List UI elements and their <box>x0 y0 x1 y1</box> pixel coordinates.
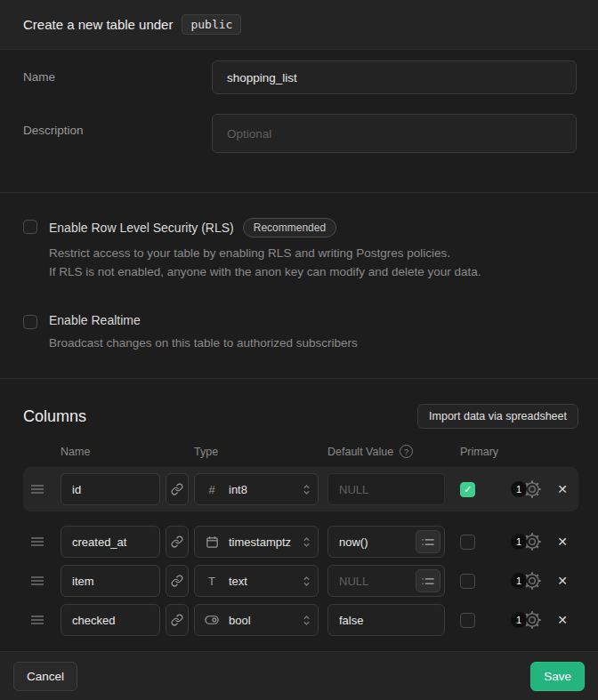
realtime-block: Enable Realtime Broadcast changes on thi… <box>23 313 575 352</box>
save-button[interactable]: Save <box>530 662 585 691</box>
column-name-input[interactable] <box>61 473 160 505</box>
chevron-up-down-icon <box>303 615 311 626</box>
column-type-select[interactable]: timestamptz <box>194 526 319 558</box>
general-section: Name Description <box>0 50 598 192</box>
dialog-footer: Cancel Save <box>0 651 598 700</box>
settings-count-badge: 1 <box>511 612 527 628</box>
help-icon[interactable]: ? <box>400 445 413 458</box>
primary-checkbox[interactable] <box>460 574 475 589</box>
close-icon: ✕ <box>557 535 568 549</box>
column-settings-button[interactable]: 1 <box>511 479 542 499</box>
rls-description-line2: If RLS is not enabled, anyone with the a… <box>49 262 481 281</box>
header-name: Name <box>61 446 194 458</box>
table-name-input[interactable] <box>212 60 577 94</box>
column-name-input[interactable] <box>61 604 160 636</box>
column-row-item: T text 1 ✕ <box>23 565 578 597</box>
settings-count-badge: 1 <box>511 573 527 589</box>
close-icon: ✕ <box>557 613 568 627</box>
recommended-badge: Recommended <box>243 218 336 237</box>
drag-handle-icon[interactable] <box>30 484 46 495</box>
name-label: Name <box>23 60 212 84</box>
list-icon <box>422 537 434 547</box>
column-type-value: int8 <box>229 483 294 496</box>
rls-description-line1: Restrict access to your table by enablin… <box>49 244 481 262</box>
check-icon: ✓ <box>464 484 472 495</box>
name-row: Name <box>23 60 577 94</box>
default-value-picker-button[interactable] <box>416 569 440 592</box>
description-row: Description <box>23 114 577 153</box>
dialog-title: Create a new table under <box>23 17 173 32</box>
column-type-value: bool <box>229 614 294 627</box>
column-type-select[interactable]: bool <box>194 604 319 636</box>
realtime-checkbox[interactable] <box>23 315 37 329</box>
link-icon <box>171 614 183 626</box>
dialog-header: Create a new table under public <box>0 0 598 50</box>
link-icon <box>171 535 183 548</box>
drag-handle-icon[interactable] <box>30 615 46 625</box>
column-row-created-at: timestamptz 1 ✕ <box>23 526 578 558</box>
drag-handle-icon[interactable] <box>30 536 46 547</box>
import-spreadsheet-button[interactable]: Import data via spreadsheet <box>417 404 578 429</box>
close-icon: ✕ <box>557 574 568 588</box>
create-table-dialog: Create a new table under public Name Des… <box>0 0 598 700</box>
chevron-up-down-icon <box>303 484 311 495</box>
rls-description: Restrict access to your table by enablin… <box>49 244 481 281</box>
drag-handle-icon[interactable] <box>30 575 46 586</box>
columns-header-row: Name Type Default Value ? Primary <box>0 445 598 458</box>
settings-count-badge: 1 <box>511 481 527 497</box>
description-label: Description <box>23 114 212 137</box>
remove-column-button[interactable]: ✕ <box>553 613 572 627</box>
list-icon <box>422 576 434 586</box>
columns-section: Columns Import data via spreadsheet Name… <box>0 379 598 651</box>
primary-checkbox[interactable]: ✓ <box>460 482 475 497</box>
header-default-label: Default Value <box>327 446 393 458</box>
column-name-input[interactable] <box>61 565 160 597</box>
realtime-description: Broadcast changes on this table to autho… <box>49 334 358 352</box>
calendar-icon <box>204 535 220 549</box>
foreign-key-button[interactable] <box>166 473 189 505</box>
column-default-input[interactable] <box>327 604 445 636</box>
column-type-value: text <box>229 575 294 588</box>
toggle-icon <box>204 615 220 625</box>
header-default-value: Default Value ? <box>327 445 460 458</box>
realtime-label: Enable Realtime <box>49 313 141 327</box>
column-row-checked: bool 1 ✕ <box>23 604 578 636</box>
remove-column-button[interactable]: ✕ <box>553 535 572 549</box>
rls-checkbox[interactable] <box>23 220 37 234</box>
close-icon: ✕ <box>557 482 568 496</box>
schema-badge: public <box>182 14 241 35</box>
link-icon <box>171 575 183 587</box>
column-row-id: # int8 ✓ 1 ✕ <box>23 467 578 511</box>
columns-heading: Columns <box>23 407 86 426</box>
options-section: Enable Row Level Security (RLS) Recommen… <box>0 193 598 378</box>
foreign-key-button[interactable] <box>166 565 189 597</box>
primary-checkbox[interactable] <box>460 535 475 550</box>
table-description-input[interactable] <box>212 114 577 153</box>
column-type-value: timestamptz <box>229 535 294 549</box>
column-name-input[interactable] <box>61 526 160 558</box>
cancel-button[interactable]: Cancel <box>13 662 77 691</box>
chevron-up-down-icon <box>303 536 311 548</box>
column-default-input[interactable] <box>327 473 445 505</box>
chevron-up-down-icon <box>303 575 311 587</box>
foreign-key-button[interactable] <box>166 604 189 636</box>
column-type-select[interactable]: # int8 <box>194 473 319 505</box>
rls-block: Enable Row Level Security (RLS) Recommen… <box>23 218 575 281</box>
header-primary: Primary <box>460 446 498 458</box>
column-type-select[interactable]: T text <box>194 565 319 597</box>
hash-icon: # <box>204 483 220 496</box>
foreign-key-button[interactable] <box>166 526 189 558</box>
column-settings-button[interactable]: 1 <box>511 571 542 591</box>
rls-label: Enable Row Level Security (RLS) <box>49 221 234 235</box>
column-settings-button[interactable]: 1 <box>511 610 542 630</box>
primary-checkbox[interactable] <box>460 613 475 628</box>
link-icon <box>171 483 183 495</box>
settings-count-badge: 1 <box>511 534 527 550</box>
remove-column-button[interactable]: ✕ <box>553 574 572 588</box>
remove-column-button[interactable]: ✕ <box>553 482 572 496</box>
text-icon: T <box>204 575 220 588</box>
default-value-picker-button[interactable] <box>416 530 440 553</box>
header-type: Type <box>194 446 327 458</box>
column-settings-button[interactable]: 1 <box>511 532 542 551</box>
